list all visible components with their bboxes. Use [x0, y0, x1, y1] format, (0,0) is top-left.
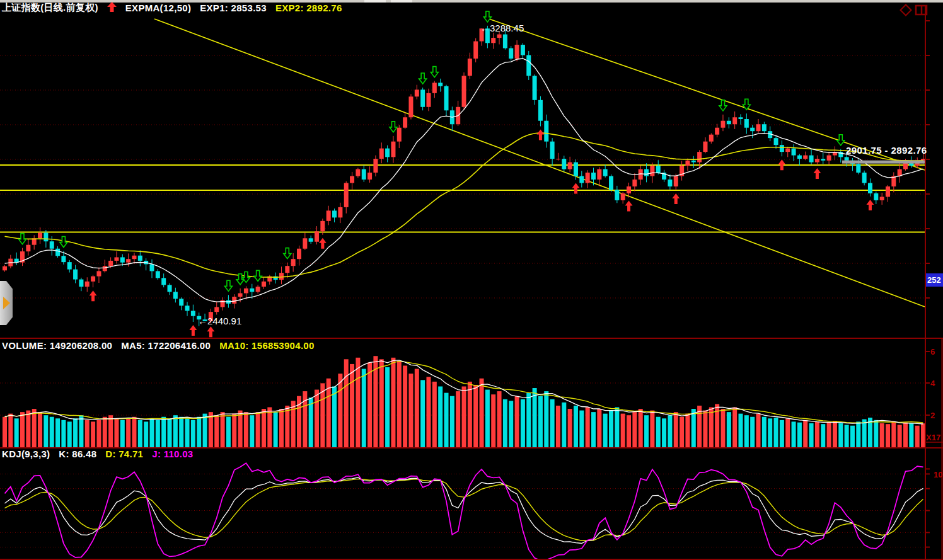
- trough-price-label: ←2440.91: [198, 316, 241, 326]
- kdj-j-value: J: 110.03: [152, 449, 193, 459]
- trading-app-window: { "main_header": { "symbol": "上证指数(日线.前复…: [0, 0, 943, 560]
- expand-arrow-icon: [3, 297, 10, 309]
- price-tag-badge: 252: [926, 273, 943, 287]
- kdj-k-value: K: 86.48: [59, 449, 96, 459]
- volume-ma5-value: MA5: 172206416.00: [121, 340, 211, 351]
- pane-corner-icons: [896, 3, 933, 21]
- chart-canvas[interactable]: [0, 0, 943, 560]
- exp2-value: EXP2: 2892.76: [275, 3, 342, 13]
- main-pane-header: 上证指数(日线.前复权) EXPMA(12,50) EXP1: 2853.53 …: [2, 2, 342, 14]
- volume-pane-header: VOLUME: 149206208.00 MA5: 172206416.00 M…: [2, 340, 315, 351]
- kdj-d-value: D: 74.71: [105, 449, 143, 459]
- drawn-line-range-label: 2901.75 - 2892.76: [846, 145, 927, 156]
- top-strip-segment: [391, 0, 412, 3]
- exp1-value: EXP1: 2853.53: [200, 3, 267, 13]
- split-window-icon[interactable]: [916, 6, 927, 14]
- volume-ma10-value: MA10: 156853904.00: [219, 340, 315, 351]
- symbol-title: 上证指数(日线.前复权): [2, 2, 98, 14]
- volume-value: VOLUME: 149206208.00: [2, 340, 112, 351]
- kdj-pane-header: KDJ(9,3,3) K: 86.48 D: 74.71 J: 110.03: [2, 449, 194, 459]
- kdj-axis-tick-100: 10: [934, 470, 942, 479]
- top-strip-segment: [364, 0, 386, 3]
- up-arrow-icon: [107, 2, 117, 14]
- kdj-indicator-name: KDJ(9,3,3): [2, 449, 50, 459]
- volume-axis-tick-4: 4: [930, 379, 935, 388]
- volume-axis-tick-6: 6: [930, 347, 935, 357]
- indicator-name: EXPMA(12,50): [125, 3, 191, 13]
- volume-axis-tick-2: 2: [930, 411, 935, 420]
- diamond-icon[interactable]: [901, 5, 911, 16]
- zoom-factor-label: X17: [926, 433, 940, 442]
- sidebar-expander-tab[interactable]: [0, 281, 13, 325]
- peak-price-label: ←3288.45: [480, 23, 524, 33]
